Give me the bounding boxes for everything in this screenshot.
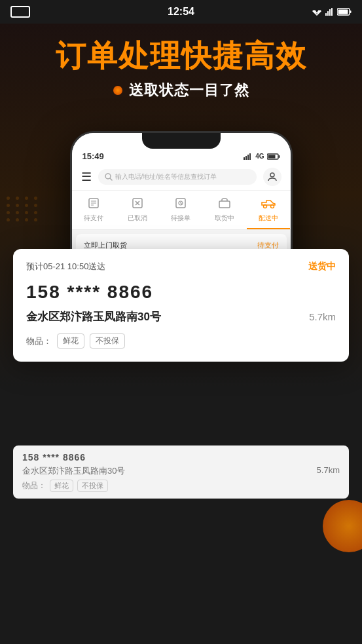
svg-rect-7 bbox=[350, 10, 352, 13]
pickup-icon bbox=[218, 197, 231, 209]
tab-label-delivering: 配送中 bbox=[259, 214, 278, 223]
tab-icon-pickup bbox=[218, 197, 231, 212]
subtitle-dot bbox=[113, 86, 122, 95]
phone-menu-icon[interactable]: ☰ bbox=[81, 170, 92, 184]
second-item-tags: 物品： 鲜花 不投保 bbox=[22, 480, 340, 492]
svg-point-18 bbox=[270, 173, 274, 177]
tab-label-pickup: 取货中 bbox=[215, 214, 234, 223]
order-icon bbox=[87, 197, 100, 209]
card-distance: 5.7km bbox=[309, 311, 336, 322]
phone-notch bbox=[142, 133, 221, 149]
main-title: 订单处理快捷高效 bbox=[0, 39, 362, 73]
phone-avatar-btn[interactable] bbox=[263, 168, 281, 186]
card-tag-flower: 鲜花 bbox=[57, 333, 84, 349]
subtitle-row: 送取状态一目了然 bbox=[0, 81, 362, 100]
phone-battery-icon bbox=[267, 153, 280, 160]
phone-signal-icon bbox=[244, 153, 253, 160]
status-bar: 12:54 bbox=[0, 0, 362, 24]
floating-delivery-card: 预计05-21 10:50送达 送货中 158 **** 8866 金水区郑汴路… bbox=[13, 249, 349, 362]
second-item-tag-flower: 鲜花 bbox=[50, 480, 73, 492]
tab-icon-waiting-payment bbox=[87, 197, 100, 212]
card-tags: 物品： 鲜花 不投保 bbox=[26, 333, 336, 349]
phone-tabs: 待支付 已取消 bbox=[72, 191, 291, 230]
svg-rect-9 bbox=[244, 157, 245, 160]
svg-line-29 bbox=[181, 203, 182, 204]
second-item-tag-no-insure: 不投保 bbox=[77, 480, 108, 492]
card-phone: 158 **** 8866 bbox=[26, 282, 336, 303]
phone-app-bar: ☰ 输入电话/地址/姓名等信息查找订单 bbox=[72, 164, 291, 191]
card-status: 送货中 bbox=[308, 261, 336, 273]
svg-rect-30 bbox=[219, 201, 230, 208]
phone-search-placeholder: 输入电话/地址/姓名等信息查找订单 bbox=[115, 172, 217, 181]
sub-title: 送取状态一目了然 bbox=[129, 81, 249, 100]
phone-time: 15:49 bbox=[82, 151, 104, 161]
card-estimate: 预计05-21 10:50送达 bbox=[26, 261, 105, 273]
tab-pending[interactable]: 待接单 bbox=[159, 195, 203, 229]
phone-search-icon bbox=[105, 173, 113, 181]
app-icon bbox=[10, 6, 30, 18]
phone-4g-label: 4G bbox=[255, 153, 264, 160]
tab-cancelled[interactable]: 已取消 bbox=[115, 195, 159, 229]
second-item-address: 金水区郑汴路玉凤路南30号 bbox=[22, 465, 125, 477]
tab-pickup[interactable]: 取货中 bbox=[203, 195, 247, 229]
tab-delivering[interactable]: 配送中 bbox=[247, 195, 291, 229]
card-address-row: 金水区郑汴路玉凤路南30号 5.7km bbox=[26, 309, 336, 324]
signal-icon bbox=[325, 8, 333, 16]
svg-rect-10 bbox=[245, 156, 247, 160]
svg-rect-3 bbox=[327, 11, 329, 16]
pending-icon bbox=[174, 197, 187, 209]
tab-icon-delivering bbox=[261, 197, 276, 212]
delivery-icon bbox=[261, 197, 276, 209]
card-tag-no-insure: 不投保 bbox=[90, 333, 125, 349]
cancel-icon bbox=[131, 197, 144, 209]
battery-icon bbox=[337, 8, 352, 16]
svg-rect-15 bbox=[268, 155, 275, 158]
phone-status-bar: 15:49 4G bbox=[72, 149, 291, 164]
svg-line-17 bbox=[110, 178, 112, 180]
svg-rect-2 bbox=[325, 13, 327, 16]
svg-rect-11 bbox=[247, 155, 249, 160]
card-tag-label: 物品： bbox=[26, 335, 52, 347]
phone-search-box[interactable]: 输入电话/地址/姓名等信息查找订单 bbox=[98, 169, 257, 185]
phone-avatar-icon bbox=[267, 172, 278, 182]
svg-rect-14 bbox=[278, 155, 280, 158]
card-address: 金水区郑汴路玉凤路南30号 bbox=[26, 309, 161, 324]
tab-waiting-payment[interactable]: 待支付 bbox=[72, 195, 116, 229]
second-item-phone: 158 **** 8866 bbox=[22, 452, 340, 463]
tab-label-pending: 待接单 bbox=[171, 214, 190, 223]
card-header: 预计05-21 10:50送达 送货中 bbox=[26, 261, 336, 273]
second-item-address-row: 金水区郑汴路玉凤路南30号 5.7km bbox=[22, 465, 340, 477]
status-icons bbox=[312, 8, 352, 16]
svg-rect-5 bbox=[331, 8, 333, 16]
status-time: 12:54 bbox=[168, 6, 194, 18]
tab-icon-pending bbox=[174, 197, 187, 212]
svg-rect-8 bbox=[338, 10, 348, 14]
second-delivery-card: 158 **** 8866 金水区郑汴路玉凤路南30号 5.7km 物品： 鲜花… bbox=[13, 445, 349, 499]
tab-label-cancelled: 已取消 bbox=[128, 214, 147, 223]
header-section: 订单处理快捷高效 送取状态一目了然 bbox=[0, 39, 362, 100]
svg-rect-12 bbox=[249, 153, 251, 160]
wifi-icon bbox=[312, 8, 321, 16]
svg-rect-4 bbox=[329, 9, 331, 16]
tab-icon-cancelled bbox=[131, 197, 144, 212]
tab-label-waiting-payment: 待支付 bbox=[84, 214, 103, 223]
decorative-dots bbox=[7, 197, 39, 221]
phone-status-icons: 4G bbox=[244, 153, 280, 160]
second-item-distance: 5.7km bbox=[317, 465, 340, 477]
second-item-tag-label: 物品： bbox=[22, 480, 46, 491]
